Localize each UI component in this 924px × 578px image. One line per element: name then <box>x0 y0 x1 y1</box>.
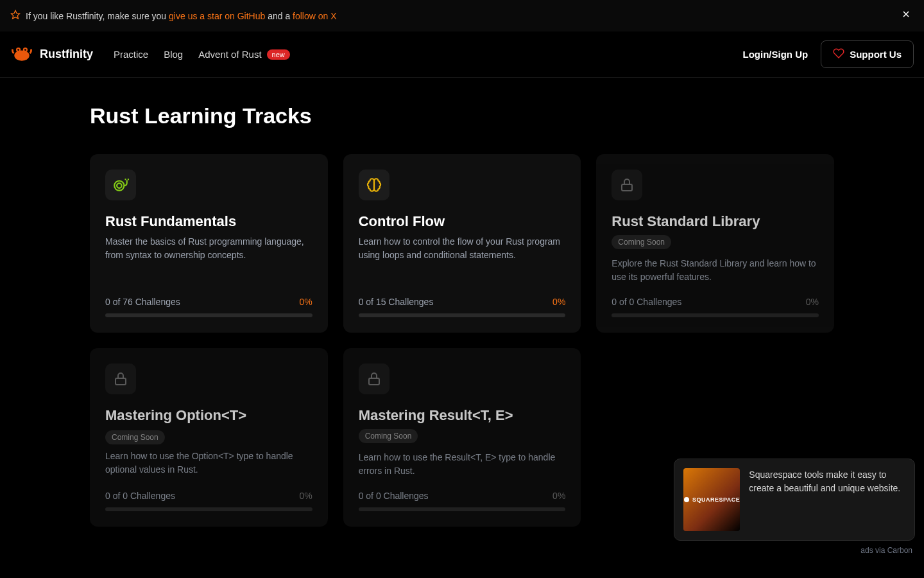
track-title: Control Flow <box>359 213 566 230</box>
track-description: Master the basics of Rust programming la… <box>105 235 312 284</box>
github-star-link[interactable]: give us a star on GitHub <box>169 11 265 21</box>
track-icon <box>359 170 389 200</box>
ad-text: Squarespace tools make it easy to create… <box>749 468 905 531</box>
nav-practice[interactable]: Practice <box>114 49 148 60</box>
svg-rect-11 <box>116 378 126 385</box>
track-description: Learn how to use the Option<T> type to h… <box>105 450 312 478</box>
crab-icon <box>10 42 33 67</box>
track-card[interactable]: Rust FundamentalsMaster the basics of Ru… <box>90 154 328 333</box>
page-title: Rust Learning Tracks <box>90 103 834 128</box>
challenges-count: 0 of 15 Challenges <box>359 297 434 307</box>
progress-percent: 0% <box>299 491 312 501</box>
challenges-count: 0 of 0 Challenges <box>359 491 429 501</box>
progress-percent: 0% <box>552 297 565 307</box>
coming-soon-badge: Coming Soon <box>359 429 418 443</box>
track-icon <box>105 170 136 200</box>
support-us-button[interactable]: Support Us <box>821 40 914 68</box>
track-card: Rust Standard LibraryComing SoonExplore … <box>596 154 834 333</box>
nav-blog[interactable]: Blog <box>164 49 183 60</box>
track-progress: 0 of 15 Challenges0% <box>359 297 566 317</box>
progress-percent: 0% <box>806 297 819 307</box>
track-description: Learn how to control the flow of your Ru… <box>359 235 566 284</box>
track-card: Mastering Option<T>Coming SoonLearn how … <box>90 348 328 527</box>
heart-icon <box>833 48 844 61</box>
track-card[interactable]: Control FlowLearn how to control the flo… <box>343 154 581 333</box>
track-icon <box>105 363 136 394</box>
follow-x-link[interactable]: follow on X <box>293 11 336 21</box>
coming-soon-badge: Coming Soon <box>612 235 671 249</box>
track-progress: 0 of 0 Challenges0% <box>612 297 819 317</box>
nav-advent[interactable]: Advent of Rust new <box>198 49 290 60</box>
track-icon <box>612 170 642 200</box>
track-description: Explore the Rust Standard Library and le… <box>612 257 819 284</box>
svg-marker-0 <box>11 10 19 19</box>
track-icon <box>359 363 389 394</box>
challenges-count: 0 of 0 Challenges <box>105 491 175 501</box>
progress-bar <box>612 313 819 317</box>
svg-point-8 <box>114 181 124 191</box>
challenges-count: 0 of 0 Challenges <box>612 297 681 307</box>
challenges-count: 0 of 76 Challenges <box>105 297 180 307</box>
star-icon <box>10 10 21 22</box>
track-progress: 0 of 0 Challenges0% <box>359 491 566 511</box>
banner-text: If you like Rustfinity, make sure you gi… <box>26 11 337 21</box>
ad-box[interactable]: SQUARESPACE Squarespace tools make it ea… <box>674 459 915 541</box>
close-icon[interactable] <box>898 6 914 25</box>
progress-percent: 0% <box>299 297 312 307</box>
brand-logo[interactable]: Rustfinity <box>10 42 93 67</box>
promo-banner: If you like Rustfinity, make sure you gi… <box>0 0 924 31</box>
track-title: Mastering Result<T, E> <box>359 407 566 424</box>
svg-point-13 <box>684 497 689 502</box>
track-description: Learn how to use the Result<T, E> type t… <box>359 451 566 478</box>
svg-point-7 <box>24 49 26 51</box>
svg-point-6 <box>17 49 19 51</box>
track-title: Rust Standard Library <box>612 213 819 230</box>
brand-name: Rustfinity <box>40 48 93 61</box>
svg-point-3 <box>14 50 29 60</box>
new-badge: new <box>267 49 290 60</box>
track-title: Rust Fundamentals <box>105 213 312 230</box>
track-card: Mastering Result<T, E>Coming SoonLearn h… <box>343 348 581 527</box>
track-title: Mastering Option<T>Coming Soon <box>105 407 312 444</box>
progress-bar <box>359 313 566 317</box>
main-nav: Rustfinity Practice Blog Advent of Rust … <box>0 31 924 78</box>
svg-point-9 <box>117 183 122 188</box>
login-signup-link[interactable]: Login/Sign Up <box>743 49 809 60</box>
ad-credit[interactable]: ads via Carbon <box>860 546 912 555</box>
svg-rect-12 <box>369 378 379 385</box>
ad-image: SQUARESPACE <box>683 468 740 531</box>
track-progress: 0 of 0 Challenges0% <box>105 491 312 511</box>
track-progress: 0 of 76 Challenges0% <box>105 297 312 317</box>
coming-soon-badge: Coming Soon <box>105 430 165 444</box>
svg-rect-10 <box>622 184 632 191</box>
progress-bar <box>105 507 312 511</box>
progress-bar <box>105 313 312 317</box>
progress-percent: 0% <box>552 491 565 501</box>
progress-bar <box>359 507 566 511</box>
